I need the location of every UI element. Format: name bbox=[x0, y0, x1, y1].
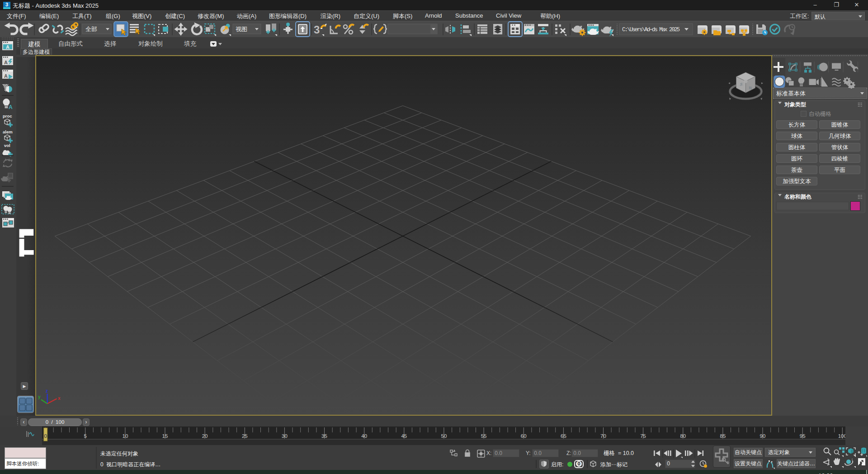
svg-text:A: A bbox=[6, 44, 9, 50]
svg-text:alem: alem bbox=[3, 129, 13, 134]
svg-text:视图: 视图 bbox=[236, 26, 247, 33]
svg-text:75: 75 bbox=[640, 433, 646, 439]
svg-text:95: 95 bbox=[800, 433, 806, 439]
svg-text:vol: vol bbox=[4, 143, 10, 148]
svg-text:全部: 全部 bbox=[85, 26, 97, 33]
svg-text:35: 35 bbox=[321, 433, 327, 439]
svg-text:70: 70 bbox=[600, 433, 606, 439]
svg-text:proc: proc bbox=[3, 114, 12, 118]
svg-text:A: A bbox=[9, 104, 13, 110]
svg-text:y: y bbox=[38, 394, 41, 399]
svg-text:50: 50 bbox=[441, 433, 447, 439]
svg-text:5: 5 bbox=[84, 433, 86, 439]
svg-text:左: 左 bbox=[740, 82, 744, 86]
svg-text:60: 60 bbox=[521, 433, 527, 439]
svg-text:40: 40 bbox=[361, 433, 367, 439]
svg-text:A: A bbox=[4, 60, 8, 65]
svg-text:A: A bbox=[4, 73, 8, 79]
svg-text:45: 45 bbox=[401, 433, 407, 439]
svg-text:3: 3 bbox=[314, 24, 320, 36]
svg-text:z: z bbox=[46, 389, 48, 393]
svg-text:80: 80 bbox=[680, 433, 686, 439]
svg-text:0: 0 bbox=[44, 433, 47, 439]
svg-text:25: 25 bbox=[242, 433, 248, 439]
svg-text:65: 65 bbox=[561, 433, 566, 439]
svg-text:85: 85 bbox=[720, 433, 726, 439]
svg-text:前: 前 bbox=[749, 86, 753, 90]
svg-text:15: 15 bbox=[162, 433, 168, 439]
svg-text:10: 10 bbox=[123, 433, 128, 439]
svg-text:100: 100 bbox=[838, 433, 845, 439]
svg-text:55: 55 bbox=[481, 433, 487, 439]
svg-text:20: 20 bbox=[202, 433, 208, 439]
svg-text:C:\Users\Ad⋯ds Max 2025: C:\Users\Ad⋯ds Max 2025 bbox=[622, 27, 680, 33]
svg-text:30: 30 bbox=[282, 433, 288, 439]
svg-text:x: x bbox=[58, 396, 61, 401]
svg-text:90: 90 bbox=[760, 433, 766, 439]
